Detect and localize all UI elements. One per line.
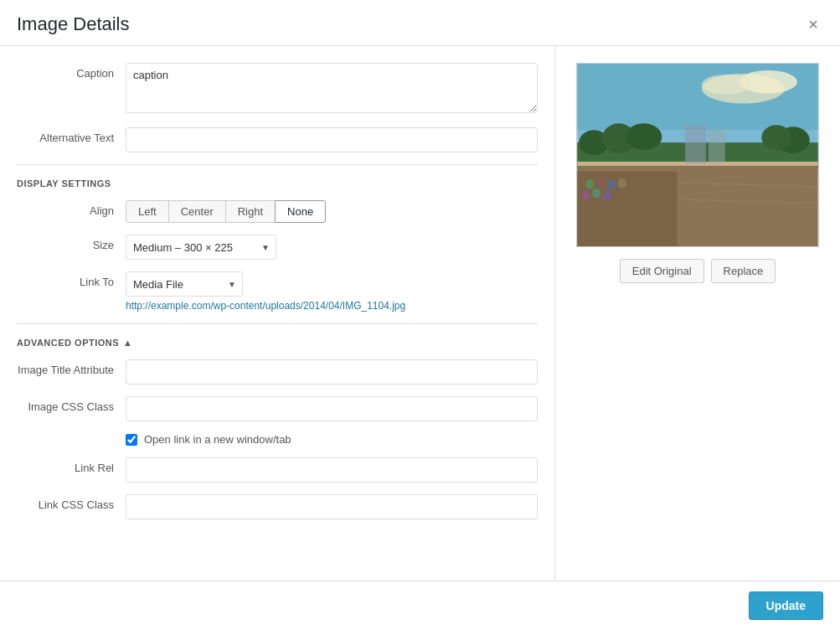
align-center-button[interactable]: Center bbox=[168, 200, 226, 223]
image-css-row: Image CSS Class image-css-class bbox=[17, 396, 538, 421]
size-control: Thumbnail – 150 × 150 Medium – 300 × 225… bbox=[126, 235, 538, 260]
svg-point-18 bbox=[607, 180, 616, 190]
image-css-label: Image CSS Class bbox=[17, 396, 126, 413]
image-title-control: image title attribumte bbox=[126, 359, 538, 385]
link-url-text: http://example.com/wp-content/uploads/20… bbox=[126, 300, 538, 312]
svg-point-8 bbox=[626, 123, 662, 150]
link-rel-control: link relationship or link type bbox=[126, 457, 538, 483]
modal-footer: Update bbox=[0, 581, 840, 630]
link-rel-input[interactable]: link relationship or link type bbox=[126, 457, 538, 483]
link-css-row: Link CSS Class link-css-class bbox=[17, 494, 538, 519]
svg-rect-24 bbox=[709, 130, 725, 163]
svg-point-19 bbox=[618, 178, 626, 188]
align-row: Align Left Center Right None bbox=[17, 200, 538, 223]
link-to-label: Link To bbox=[17, 271, 126, 288]
alt-text-label: Alternative Text bbox=[17, 127, 126, 144]
close-button[interactable]: × bbox=[803, 14, 823, 34]
caption-control: caption bbox=[126, 63, 538, 116]
image-action-buttons: Edit Original Replace bbox=[620, 259, 776, 283]
advanced-title: ADVANCED OPTIONS bbox=[17, 338, 119, 348]
image-css-input[interactable]: image-css-class bbox=[126, 396, 538, 421]
update-button[interactable]: Update bbox=[749, 591, 823, 620]
svg-point-20 bbox=[581, 190, 590, 200]
display-settings-title: DISPLAY SETTINGS bbox=[17, 178, 538, 188]
advanced-arrow: ▲ bbox=[123, 338, 132, 348]
svg-point-21 bbox=[592, 188, 600, 199]
svg-point-17 bbox=[596, 178, 605, 188]
svg-point-10 bbox=[761, 125, 791, 150]
open-new-window-checkbox[interactable] bbox=[126, 434, 137, 446]
svg-point-22 bbox=[603, 191, 611, 201]
caption-textarea[interactable]: caption bbox=[126, 63, 538, 113]
size-row: Size Thumbnail – 150 × 150 Medium – 300 … bbox=[17, 235, 538, 260]
image-title-label: Image Title Attribute bbox=[17, 359, 126, 376]
size-select[interactable]: Thumbnail – 150 × 150 Medium – 300 × 225… bbox=[126, 235, 276, 260]
image-title-row: Image Title Attribute image title attrib… bbox=[17, 359, 538, 385]
size-select-wrapper: Thumbnail – 150 × 150 Medium – 300 × 225… bbox=[126, 235, 276, 260]
open-new-window-row: Open link in a new window/tab bbox=[126, 433, 538, 446]
modal-body: Caption caption Alternative Text alt tex… bbox=[0, 46, 840, 581]
right-panel: Edit Original Replace bbox=[555, 46, 840, 581]
svg-point-4 bbox=[702, 75, 751, 95]
align-none-button[interactable]: None bbox=[275, 200, 326, 223]
divider-2 bbox=[17, 323, 538, 324]
alt-text-row: Alternative Text alt text bbox=[17, 127, 538, 152]
svg-rect-23 bbox=[685, 126, 706, 163]
image-css-control: image-css-class bbox=[126, 396, 538, 421]
open-new-window-label: Open link in a new window/tab bbox=[144, 433, 291, 446]
caption-label: Caption bbox=[17, 63, 126, 80]
align-left-button[interactable]: Left bbox=[126, 200, 169, 223]
divider-1 bbox=[17, 164, 538, 165]
modal-title: Image Details bbox=[17, 13, 130, 35]
svg-point-16 bbox=[585, 179, 594, 189]
image-details-modal: Image Details × Caption caption Alternat… bbox=[0, 0, 840, 630]
replace-button[interactable]: Replace bbox=[711, 259, 776, 283]
align-label: Align bbox=[17, 200, 126, 217]
link-rel-label: Link Rel bbox=[17, 457, 126, 474]
left-panel: Caption caption Alternative Text alt tex… bbox=[0, 46, 555, 581]
link-to-control: None Media File Attachment Page Custom U… bbox=[126, 271, 538, 312]
link-to-select[interactable]: None Media File Attachment Page Custom U… bbox=[126, 271, 243, 297]
caption-row: Caption caption bbox=[17, 63, 538, 116]
image-title-input[interactable]: image title attribumte bbox=[126, 359, 538, 385]
modal-header: Image Details × bbox=[0, 0, 840, 46]
align-buttons: Left Center Right None bbox=[126, 200, 538, 223]
link-css-input[interactable]: link-css-class bbox=[126, 494, 538, 519]
link-to-select-wrapper: None Media File Attachment Page Custom U… bbox=[126, 271, 243, 297]
image-preview bbox=[576, 63, 819, 247]
alt-text-control: alt text bbox=[126, 127, 538, 152]
link-css-control: link-css-class bbox=[126, 494, 538, 519]
alt-text-input[interactable]: alt text bbox=[126, 127, 538, 152]
advanced-options-header: ADVANCED OPTIONS ▲ bbox=[17, 338, 538, 348]
link-to-row: Link To None Media File Attachment Page … bbox=[17, 271, 538, 312]
link-css-label: Link CSS Class bbox=[17, 494, 126, 511]
link-rel-row: Link Rel link relationship or link type bbox=[17, 457, 538, 483]
size-label: Size bbox=[17, 235, 126, 251]
align-right-button[interactable]: Right bbox=[225, 200, 276, 223]
advanced-toggle-button[interactable]: ADVANCED OPTIONS ▲ bbox=[17, 338, 132, 348]
edit-original-button[interactable]: Edit Original bbox=[620, 259, 704, 283]
